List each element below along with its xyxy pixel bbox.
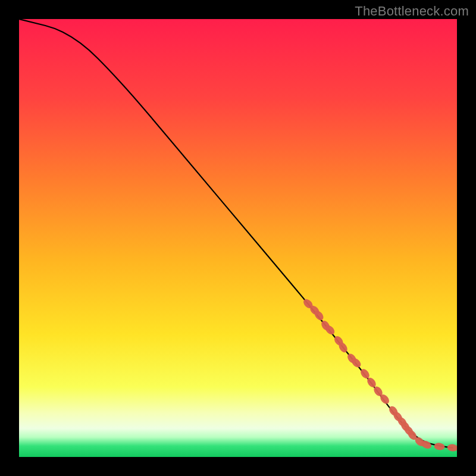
plot-area [19, 19, 457, 457]
watermark-text: TheBottleneck.com [355, 4, 469, 19]
chart-frame: TheBottleneck.com [0, 0, 476, 476]
gradient-background [19, 19, 457, 457]
plot-svg [19, 19, 457, 457]
